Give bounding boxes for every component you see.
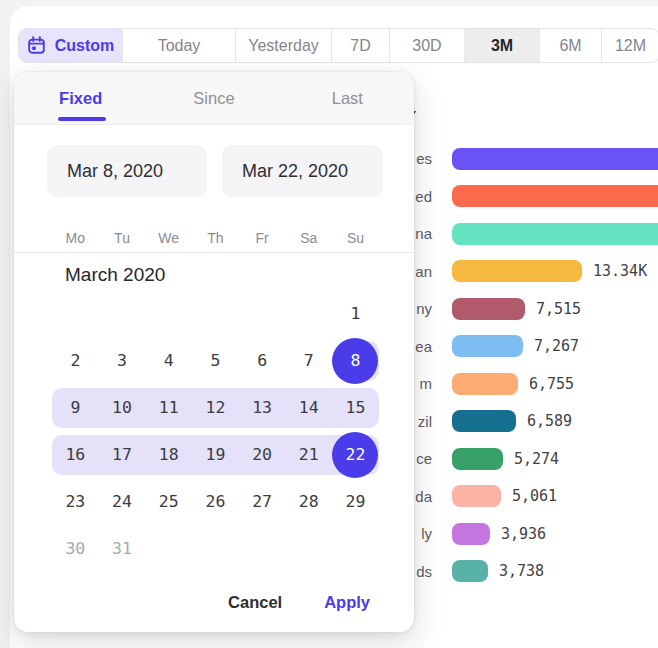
toolbar-item-label: Custom	[55, 37, 115, 55]
bar[interactable]	[452, 448, 503, 470]
toolbar-item-label: 6M	[559, 37, 581, 55]
bar-value: 13.34K	[593, 262, 647, 280]
day-cell[interactable]: 24	[99, 482, 146, 522]
day-cell[interactable]: 15	[332, 388, 379, 428]
weekday-label: Sa	[285, 225, 332, 251]
toolbar-item-label: Today	[158, 37, 201, 55]
day-cell[interactable]: 29	[332, 482, 379, 522]
weekday-label: Fr	[239, 225, 286, 251]
weekday-header: Mo Tu We Th Fr Sa Su	[52, 225, 379, 251]
calendar-week: 23 24 25 26 27 28 29	[52, 482, 379, 522]
date-picker-popup: Fixed Since Last Mar 8, 2020 Mar 22, 202…	[14, 72, 414, 632]
toolbar-item-label: 3M	[491, 37, 513, 55]
start-date-value: Mar 8, 2020	[67, 161, 163, 182]
weekday-label: We	[145, 225, 192, 251]
calendar-week: 9 10 11 12 13 14 15	[52, 388, 379, 428]
toolbar-item-label: 30D	[412, 37, 441, 55]
calendar-week: 1	[52, 294, 379, 334]
popup-footer: Cancel Apply	[228, 593, 370, 612]
tab-since[interactable]: Since	[147, 72, 280, 124]
day-cell[interactable]: 21	[285, 435, 332, 478]
day-cell-disabled: 30	[52, 529, 99, 569]
day-cell[interactable]: 3	[99, 341, 146, 384]
day-cell[interactable]: 26	[192, 482, 239, 522]
toolbar-item-12m[interactable]: 12M	[601, 29, 658, 62]
day-cell[interactable]: 14	[285, 388, 332, 428]
cancel-button[interactable]: Cancel	[228, 593, 282, 612]
bar[interactable]	[452, 560, 488, 582]
active-tab-underline	[58, 117, 106, 121]
day-cell[interactable]: 17	[99, 435, 146, 478]
bar[interactable]	[452, 185, 658, 207]
day-cell[interactable]: 20	[239, 435, 286, 478]
day-cell[interactable]: 1	[332, 294, 379, 334]
apply-button[interactable]: Apply	[324, 593, 370, 612]
calendar-icon	[27, 36, 46, 55]
toolbar-item-label: 7D	[350, 37, 370, 55]
toolbar-item-3m-selected[interactable]: 3M	[464, 29, 539, 62]
date-range-toolbar: Custom Today Yesterday 7D 30D 3M 6M 12M	[18, 28, 658, 63]
toolbar-item-label: 12M	[615, 37, 646, 55]
start-date-input[interactable]: Mar 8, 2020	[47, 145, 207, 197]
bar[interactable]	[452, 223, 658, 245]
bar[interactable]	[452, 335, 523, 357]
tab-last[interactable]: Last	[281, 72, 414, 124]
bar[interactable]	[452, 298, 525, 320]
toolbar-item-30d[interactable]: 30D	[389, 29, 464, 62]
bar[interactable]	[452, 260, 582, 282]
tab-label: Fixed	[59, 89, 102, 108]
day-cell[interactable]: 10	[99, 388, 146, 428]
month-title: March 2020	[65, 264, 165, 286]
toolbar-item-7d[interactable]: 7D	[331, 29, 389, 62]
day-cell[interactable]: 27	[239, 482, 286, 522]
day-cell[interactable]: 9	[52, 388, 99, 428]
bar[interactable]	[452, 410, 516, 432]
bar-value: 5,061	[512, 487, 557, 505]
toolbar-item-6m[interactable]: 6M	[539, 29, 601, 62]
day-cell[interactable]: 5	[192, 341, 239, 384]
toolbar-item-yesterday[interactable]: Yesterday	[235, 29, 331, 62]
day-cell[interactable]: 19	[192, 435, 239, 478]
bar-value: 3,738	[499, 562, 544, 580]
toolbar-item-custom[interactable]: Custom	[19, 29, 122, 62]
tab-label: Last	[332, 89, 363, 108]
day-cell[interactable]: 12	[192, 388, 239, 428]
day-cell[interactable]: 18	[145, 435, 192, 478]
bar-value: 6,589	[527, 412, 572, 430]
calendar-week: 2 3 4 5 6 7 8	[52, 341, 379, 381]
bar[interactable]	[452, 485, 501, 507]
end-date-value: Mar 22, 2020	[242, 161, 348, 182]
bar-value: 6,755	[529, 375, 574, 393]
day-cell[interactable]: 13	[239, 388, 286, 428]
day-cell[interactable]: 25	[145, 482, 192, 522]
day-cell[interactable]: 7	[285, 341, 332, 384]
bar[interactable]	[452, 373, 518, 395]
day-cell[interactable]: 23	[52, 482, 99, 522]
end-date-input[interactable]: Mar 22, 2020	[222, 145, 383, 197]
toolbar-item-label: Yesterday	[248, 37, 319, 55]
bar-value: 7,267	[534, 337, 579, 355]
calendar-week: 16 17 18 19 20 21 22	[52, 435, 379, 475]
bar[interactable]	[452, 523, 490, 545]
weekday-label: Tu	[99, 225, 146, 251]
calendar-grid: 1 2 3 4 5 6 7 8 9 10 11 12 13 14 15 16	[52, 294, 379, 576]
divider	[14, 252, 414, 253]
weekday-label: Mo	[52, 225, 99, 251]
bar[interactable]	[452, 148, 658, 170]
day-cell-disabled: 31	[99, 529, 146, 569]
day-cell[interactable]: 28	[285, 482, 332, 522]
tab-label: Since	[193, 89, 234, 108]
calendar-week: 30 31	[52, 529, 379, 569]
weekday-label: Th	[192, 225, 239, 251]
day-cell[interactable]: 4	[145, 341, 192, 384]
bar-value: 5,274	[514, 450, 559, 468]
day-cell[interactable]: 16	[52, 435, 99, 478]
day-cell[interactable]: 6	[239, 341, 286, 384]
bar-value: 7,515	[536, 300, 581, 318]
bar-value: 3,936	[501, 525, 546, 543]
day-cell[interactable]: 11	[145, 388, 192, 428]
toolbar-item-today[interactable]: Today	[122, 29, 235, 62]
weekday-label: Su	[332, 225, 379, 251]
day-cell[interactable]: 2	[52, 341, 99, 384]
